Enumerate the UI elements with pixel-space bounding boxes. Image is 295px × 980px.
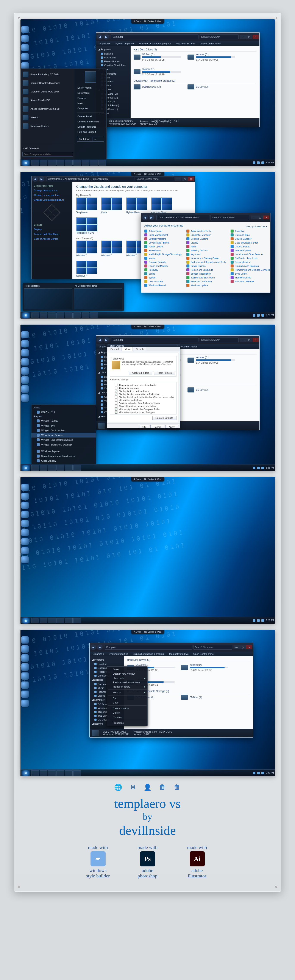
cp-link[interactable]: Performance Information and Tools [186,260,226,264]
taskbar-app[interactable] [65,770,73,776]
sidebar-icon[interactable] [21,654,29,662]
shutdown-arrow-icon[interactable]: ▸ [92,137,98,142]
jumplist-item[interactable]: OS Zero (C:) [32,410,96,414]
menu-item[interactable]: System properties [107,652,130,655]
minimize-button[interactable]: — [240,338,246,342]
sidebar-icon[interactable] [21,636,29,644]
sidebar-icon[interactable] [21,645,29,652]
taskbar-app[interactable] [57,770,64,776]
peek-thumbnail[interactable] [24,288,72,309]
sidebar-icon[interactable] [21,520,29,527]
folder-option[interactable]: Display file size information in folder … [112,393,175,396]
cp-link[interactable]: Speech Recognition [186,272,226,275]
close-button[interactable]: ✕ [252,35,259,39]
taskbar-app[interactable] [31,312,39,318]
navpane-group[interactable]: ◢ Programs [90,657,124,662]
peek-title[interactable]: All Control Panel Items [74,284,122,288]
menu-item[interactable]: Organize ▾ [90,652,106,656]
nav-fwd-icon[interactable]: ▶ [39,176,44,182]
cp-link[interactable]: Display [186,241,226,244]
context-item[interactable]: Share with [107,676,148,680]
nav-fwd-icon[interactable]: ▶ [103,337,109,343]
maximize-button[interactable]: ▢ [240,645,246,649]
cp-link[interactable]: User Accounts [144,280,182,283]
cp-link[interactable]: Getting Started [231,245,270,248]
checkbox-icon[interactable] [115,396,117,399]
checkbox-icon[interactable] [115,405,117,407]
theme-tile[interactable]: Templeaero VS v2 [76,218,97,234]
address-bar[interactable]: Computer [111,337,198,342]
dialog-title[interactable]: Folder Options ✕ [107,344,180,347]
taskbar-app[interactable] [90,160,98,165]
sidebar-icon[interactable] [21,385,29,393]
cp-link[interactable]: HomeGroup [144,249,182,252]
sidebar-icon[interactable] [21,395,29,402]
taskbar-app[interactable] [40,312,48,318]
cp-link[interactable]: Windows CardSpace [186,280,226,283]
sidebar-icon[interactable] [21,44,29,51]
minimize-button[interactable]: — [251,216,257,220]
task-link[interactable]: Change desktop icons [32,188,72,192]
clock[interactable]: 5:28 PM [266,772,274,774]
checkbox-icon[interactable] [115,411,117,414]
jumplist-item[interactable]: Winget - Start Menu Desktop [32,442,96,447]
titlebar[interactable]: ◀ ▶ Computer Search Computer —▢✕ [90,643,253,652]
taskbar-app[interactable] [31,770,39,776]
menu-item[interactable]: Open Control Panel [191,652,216,655]
section-hdd[interactable]: Hard Disk Drives (3) [133,48,257,52]
start-button[interactable]: ⊞ [21,770,30,776]
cp-link[interactable]: Power Options [186,264,226,268]
taskbar-app[interactable] [57,312,64,318]
maximize-button[interactable]: ▢ [246,338,252,342]
checkbox-icon[interactable] [115,414,117,415]
start-right-item[interactable]: Documents [75,90,106,95]
cp-link[interactable]: AutoPlay [231,229,270,233]
nav-back-icon[interactable]: ◀ [142,215,148,220]
minimize-button[interactable]: — [240,35,246,39]
context-item[interactable]: Restore previous versions [107,680,148,684]
taskbar-app[interactable] [90,312,98,318]
sidebar-icon[interactable] [21,376,29,383]
sidebar-icon[interactable] [21,673,29,680]
cp-link[interactable]: Devices and Printers [144,241,182,244]
start-right-item[interactable]: Pictures [75,95,106,101]
start-program[interactable]: Internet Download Manager [21,79,75,87]
apply-button[interactable]: Apply [165,425,178,428]
theme-tile[interactable]: Windows 7 [101,240,122,257]
cp-link[interactable]: Folder Options [144,245,182,248]
drive-item[interactable]: DVD RW Drive (G:) [133,84,181,89]
taskbar-app[interactable] [48,312,56,318]
apply-folders-button[interactable]: Apply to Folders [129,371,152,375]
menu-item[interactable]: Uninstall or change a program [137,42,173,45]
address-bar[interactable]: Computer [111,35,198,39]
drive-item[interactable]: Volumes (D:) 17.4 GB free of 189 GB [181,663,228,671]
jumplist-action[interactable]: Unpin this program from taskbar [32,454,96,458]
jumplist-item[interactable]: Winget - Inc Desktop [32,433,96,438]
cp-link[interactable]: Windows Firewall [144,284,182,287]
start-program[interactable]: Adobe Photoshop CC 2014 [21,70,75,79]
taskbar-app[interactable] [65,618,73,623]
sidebar-icon[interactable] [21,484,29,491]
folder-option[interactable]: Hide empty drives in the Computer folder [112,408,175,411]
titlebar[interactable]: ◀ ▶ Control Panel ▸ All Control Panel It… [32,176,195,182]
cp-link[interactable]: Default Programs [144,237,182,240]
checkbox-icon[interactable] [115,393,117,396]
start-right-item[interactable]: Computer [75,106,106,111]
cp-link[interactable]: Action Center [144,229,182,233]
checkbox-icon[interactable] [115,408,117,410]
address-bar[interactable]: Control Panel ▸ All Control Panel Items [157,215,209,220]
jumplist-item[interactable]: Winget - Old icons bar [32,428,96,433]
tab-view[interactable]: View [122,347,133,351]
taskbar-app[interactable] [73,312,81,318]
checkbox-icon[interactable] [115,402,117,404]
nav-back-icon[interactable]: ◀ [97,34,103,40]
drive-item[interactable]: Volumes (D:) 17.4 GB free of 189 GB [187,356,235,364]
menu-item[interactable]: Map network drive [173,42,197,45]
context-item[interactable]: Delete [107,711,148,715]
sidebar-icon[interactable] [21,26,29,33]
sidebar-icon[interactable] [21,538,29,545]
folder-option[interactable]: Hidden files and folders [112,399,175,402]
reset-folders-button[interactable]: Reset Folders [154,371,175,375]
navpane-item[interactable]: Desktop [96,52,131,56]
clock[interactable]: 5:28 PM [266,314,274,317]
